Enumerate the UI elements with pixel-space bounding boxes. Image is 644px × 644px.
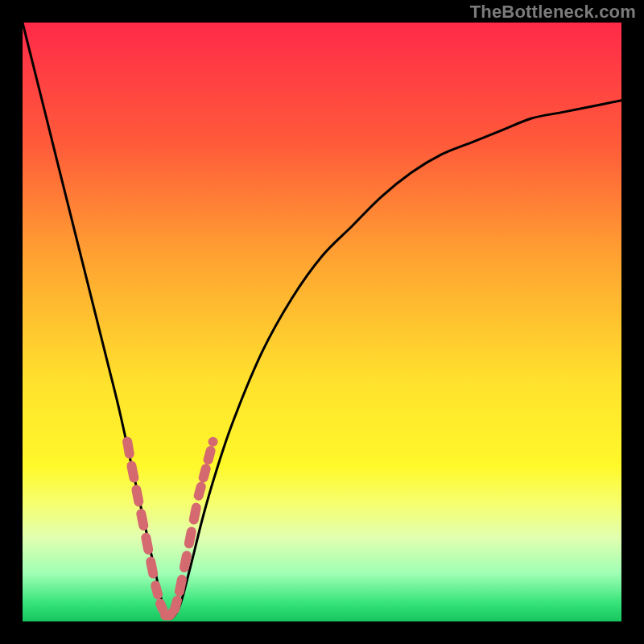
- marker-pill: [180, 580, 182, 592]
- near-optimal-markers: [122, 437, 217, 616]
- marker-pill: [204, 469, 206, 477]
- watermark-text: TheBottleneck.com: [470, 2, 636, 23]
- marker-pill: [146, 538, 148, 550]
- marker-pill: [189, 531, 192, 543]
- marker-endcap: [122, 437, 132, 447]
- outer-frame: TheBottleneck.com: [0, 0, 644, 644]
- marker-pill: [208, 451, 211, 460]
- marker-pill: [175, 601, 177, 609]
- plot-area: [23, 23, 621, 621]
- bottleneck-curve: [23, 23, 621, 619]
- chart-svg: [23, 23, 621, 621]
- marker-pill: [136, 489, 138, 502]
- marker-pill: [194, 508, 196, 520]
- marker-pill: [155, 585, 158, 594]
- marker-pill: [141, 514, 143, 526]
- marker-pill: [131, 466, 134, 478]
- marker-pill: [199, 487, 201, 496]
- marker-endcap: [208, 437, 218, 447]
- marker-pill: [151, 562, 153, 574]
- marker-pill: [160, 604, 163, 609]
- marker-pill: [184, 555, 187, 568]
